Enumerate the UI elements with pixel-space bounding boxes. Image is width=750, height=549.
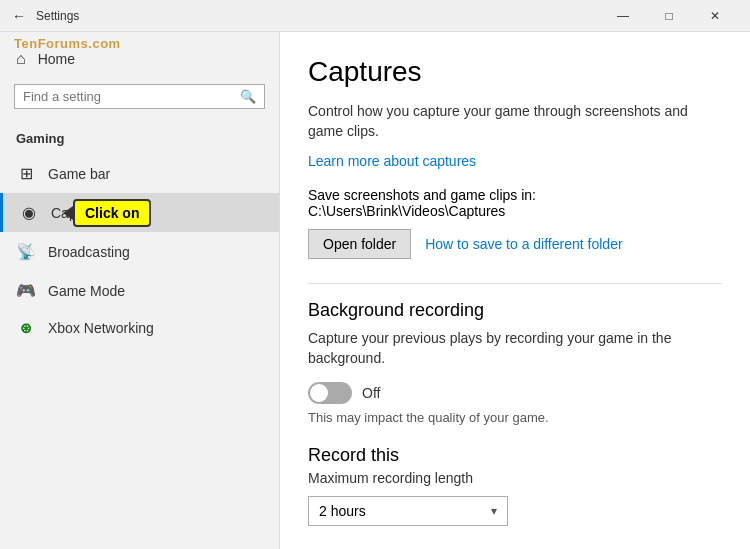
toggle-row: Off [308, 382, 722, 404]
sidebar-item-label: Broadcasting [48, 244, 130, 260]
home-icon: ⌂ [16, 50, 26, 68]
sidebar-item-game-bar[interactable]: ⊞ Game bar [0, 154, 279, 193]
back-button[interactable]: ← [12, 8, 26, 24]
sidebar-item-label: Game bar [48, 166, 110, 182]
sidebar-item-label: Game Mode [48, 283, 125, 299]
recording-length-dropdown[interactable]: 2 hours ▾ [308, 496, 508, 526]
main-area: ⌂ Home 🔍 Gaming ⊞ Game bar ◉ Captures Cl… [0, 32, 750, 549]
background-toggle[interactable] [308, 382, 352, 404]
game-mode-icon: 🎮 [16, 281, 36, 300]
home-label: Home [38, 51, 75, 67]
content-area: Captures Control how you capture your ga… [280, 32, 750, 549]
sidebar-item-label: Xbox Networking [48, 320, 154, 336]
record-sublabel: Maximum recording length [308, 470, 722, 486]
background-recording-desc: Capture your previous plays by recording… [308, 329, 722, 368]
title-bar: ← Settings — □ ✕ [0, 0, 750, 32]
save-path-label: Save screenshots and game clips in: C:\U… [308, 187, 722, 219]
sidebar-section-label: Gaming [0, 123, 279, 154]
dropdown-value: 2 hours [319, 503, 366, 519]
save-different-folder-link[interactable]: How to save to a different folder [425, 236, 622, 252]
page-title: Captures [308, 56, 722, 88]
toggle-label: Off [362, 385, 380, 401]
dropdown-arrow-icon: ▾ [491, 504, 497, 518]
broadcasting-icon: 📡 [16, 242, 36, 261]
learn-more-link[interactable]: Learn more about captures [308, 153, 722, 169]
page-description: Control how you capture your game throug… [308, 102, 722, 141]
game-bar-icon: ⊞ [16, 164, 36, 183]
maximize-button[interactable]: □ [646, 0, 692, 32]
close-button[interactable]: ✕ [692, 0, 738, 32]
toggle-knob [310, 384, 328, 402]
sidebar-item-captures[interactable]: ◉ Captures Click on [0, 193, 279, 232]
background-recording-title: Background recording [308, 300, 722, 321]
toggle-sublabel: This may impact the quality of your game… [308, 410, 722, 425]
search-icon[interactable]: 🔍 [240, 89, 256, 104]
sidebar: ⌂ Home 🔍 Gaming ⊞ Game bar ◉ Captures Cl… [0, 32, 280, 549]
open-folder-button[interactable]: Open folder [308, 229, 411, 259]
xbox-icon: ⊛ [16, 320, 36, 336]
search-box[interactable]: 🔍 [14, 84, 265, 109]
record-this-title: Record this [308, 445, 722, 466]
sidebar-item-xbox-networking[interactable]: ⊛ Xbox Networking [0, 310, 279, 346]
callout-tooltip: Click on [73, 199, 151, 227]
sidebar-item-game-mode[interactable]: 🎮 Game Mode [0, 271, 279, 310]
open-folder-row: Open folder How to save to a different f… [308, 229, 722, 259]
title-bar-title: Settings [36, 9, 600, 23]
minimize-button[interactable]: — [600, 0, 646, 32]
captures-icon: ◉ [19, 203, 39, 222]
sidebar-item-broadcasting[interactable]: 📡 Broadcasting [0, 232, 279, 271]
search-input[interactable] [23, 89, 240, 104]
section-divider [308, 283, 722, 284]
sidebar-home[interactable]: ⌂ Home [0, 40, 279, 78]
window-controls: — □ ✕ [600, 0, 738, 32]
